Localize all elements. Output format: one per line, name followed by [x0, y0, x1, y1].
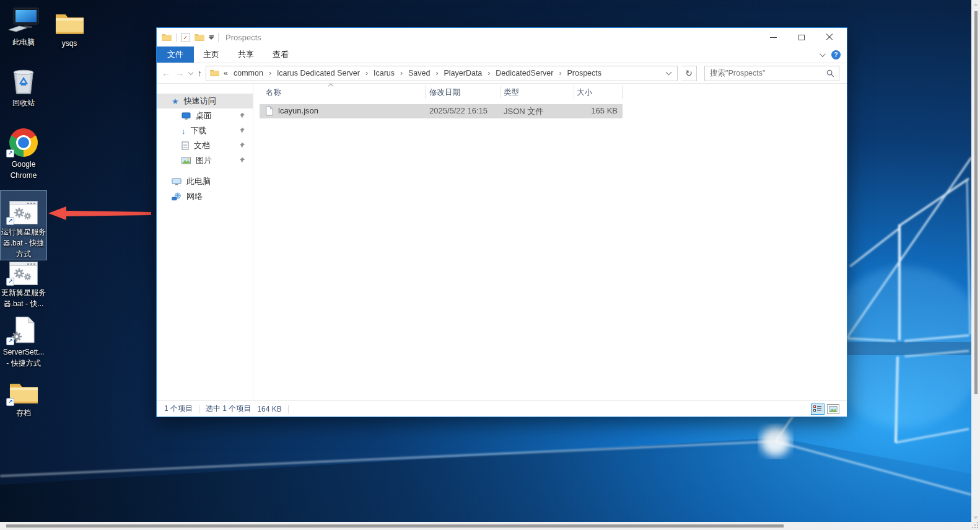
shortcut-arrow-icon: ↗ [6, 149, 14, 157]
details-view-icon [813, 405, 822, 412]
sidebar-item-downloads[interactable]: ↓ 下载 [157, 123, 253, 138]
desktop-icon-label: ServerSett... - 快捷方式 [3, 347, 45, 369]
thumbnail-view-button[interactable] [827, 404, 839, 414]
expand-ribbon-chevron-icon[interactable] [820, 51, 826, 57]
search-input[interactable] [705, 69, 816, 77]
tab-view[interactable]: 查看 [263, 46, 298, 63]
refresh-icon: ↻ [685, 68, 693, 78]
scroll-down-icon[interactable] [973, 516, 978, 519]
recent-locations-chevron-icon[interactable] [188, 69, 193, 74]
maximize-button[interactable] [787, 29, 815, 46]
scroll-up-icon[interactable] [973, 3, 978, 6]
divider [288, 405, 289, 413]
search-icon [826, 69, 834, 77]
breadcrumb-collapsed[interactable]: « [224, 69, 228, 77]
ribbon-tabs: 文件 主页 共享 查看 ? [157, 46, 847, 63]
sidebar-item-pictures[interactable]: 图片 [157, 153, 253, 168]
breadcrumb-item[interactable]: Prospects [567, 69, 602, 77]
red-arrow-annotation [47, 206, 152, 221]
explorer-folder-icon [162, 33, 172, 42]
desktop-icon-ysqs[interactable]: ysqs [46, 5, 93, 49]
titlebar[interactable]: ✓ Prospects [157, 28, 847, 46]
chevron-right-icon: › [269, 69, 271, 77]
thumbnail-view-icon [829, 406, 838, 412]
column-header-size[interactable]: 大小 [577, 87, 592, 98]
status-selection-count: 选中 1 个项目 [206, 404, 251, 414]
this-pc-icon [5, 4, 42, 35]
column-header-date[interactable]: 修改日期 [429, 87, 460, 98]
address-bar[interactable]: « common › Icarus Dedicated Server › Ica… [206, 66, 678, 81]
status-bar: 1 个项目 选中 1 个项目 164 KB [157, 400, 847, 417]
desktop-icon-label: 回收站 [12, 97, 35, 108]
file-explorer-window: ✓ Prospects 文件 主页 共享 查看 ? [156, 27, 847, 417]
new-folder-button[interactable] [195, 33, 204, 42]
file-row-selected[interactable]: lcayun.json 2025/5/22 16:15 JSON 文件 165 … [260, 104, 623, 118]
customize-toolbar-button[interactable] [209, 35, 214, 40]
close-button[interactable] [815, 29, 843, 46]
column-headers: 名称 修改日期 类型 大小 [253, 84, 847, 100]
window-title: Prospects [225, 33, 261, 42]
navigation-pane: ★ 快速访问 桌面 ↓ 下载 [157, 84, 253, 400]
document-icon [182, 141, 189, 150]
batch-file-icon: ↗ [5, 193, 42, 224]
properties-button[interactable]: ✓ [181, 33, 190, 42]
tab-home[interactable]: 主页 [194, 46, 229, 63]
network-icon [172, 192, 182, 201]
vertical-scrollbar[interactable] [971, 0, 980, 522]
details-view-button[interactable] [811, 404, 825, 415]
gear-icon [24, 273, 32, 281]
folder-icon: ↗ [5, 374, 42, 405]
desktop-icon-google-chrome[interactable]: ↗ GoogleChrome [0, 126, 47, 181]
address-dropdown-chevron-icon[interactable] [666, 69, 672, 76]
desktop-icon-run-server-bat[interactable]: ↗ 运行翼星服务 器.bat - 快捷 方式 [1, 191, 46, 260]
close-icon [826, 33, 833, 41]
sidebar-item-network[interactable]: 网络 [157, 189, 253, 204]
refresh-button[interactable]: ↻ [681, 66, 697, 81]
pin-icon [238, 157, 245, 164]
breadcrumb-item[interactable]: PlayerData [444, 69, 482, 77]
back-button[interactable]: ← [162, 68, 170, 78]
sidebar-item-this-pc[interactable]: 此电脑 [157, 174, 253, 189]
breadcrumb-item[interactable]: Icarus Dedicated Server [277, 69, 360, 77]
horizontal-scrollbar-thumb[interactable] [6, 524, 784, 528]
desktop-icon-this-pc[interactable]: 此电脑 [0, 4, 47, 48]
search-box [704, 66, 839, 81]
desktop-icon-label: 此电脑 [12, 37, 35, 48]
column-header-name[interactable]: 名称 [266, 87, 281, 98]
divider [622, 86, 623, 99]
breadcrumb-item[interactable]: Icarus [374, 69, 395, 77]
sidebar-item-documents[interactable]: 文档 [157, 138, 253, 153]
desktop-icon-archive[interactable]: ↗ 存档 [0, 374, 47, 418]
address-toolbar: ← → ↑ « common › Icarus Dedicated Server… [157, 63, 847, 84]
tab-file[interactable]: 文件 [157, 46, 194, 63]
recycle-bin-icon [5, 64, 42, 95]
forward-button[interactable]: → [175, 68, 184, 78]
remote-desktop-viewport: 此电脑 ysqs 回收站 ↗ Go [0, 0, 980, 530]
up-button[interactable]: ↑ [198, 68, 202, 78]
pin-icon [238, 112, 245, 119]
divider [176, 33, 177, 42]
file-list[interactable]: 名称 修改日期 类型 大小 lcayun.json 2025/5/22 16:1 [253, 84, 847, 400]
shortcut-arrow-icon: ↗ [6, 337, 14, 345]
folder-icon [51, 5, 88, 36]
desktop-icon-server-settings[interactable]: ↗ ServerSett... - 快捷方式 [0, 314, 47, 369]
breadcrumb-item[interactable]: common [234, 69, 263, 77]
status-selection-size: 164 KB [257, 405, 281, 413]
minimize-button[interactable] [759, 29, 787, 46]
tab-share[interactable]: 共享 [229, 46, 263, 63]
vertical-scrollbar-thumb[interactable] [974, 11, 978, 394]
help-icon[interactable]: ? [831, 50, 841, 60]
breadcrumb-item[interactable]: DedicatedServer [496, 69, 553, 77]
breadcrumb-item[interactable]: Saved [408, 69, 430, 77]
shortcut-arrow-icon: ↗ [6, 217, 14, 225]
address-folder-icon [210, 69, 219, 77]
sidebar-item-desktop[interactable]: 桌面 [157, 108, 253, 123]
desktop-icon-update-server-bat[interactable]: ↗ 更新翼星服务 器.bat - 快... [0, 254, 47, 309]
sidebar-item-quick-access[interactable]: ★ 快速访问 [157, 94, 253, 108]
desktop-icon-recycle-bin[interactable]: 回收站 [0, 64, 47, 108]
divider [501, 86, 501, 99]
horizontal-scrollbar[interactable] [0, 522, 971, 530]
settings-file-icon: ↗ [5, 314, 42, 345]
column-header-type[interactable]: 类型 [504, 87, 519, 98]
quick-access-star-icon: ★ [172, 97, 179, 106]
